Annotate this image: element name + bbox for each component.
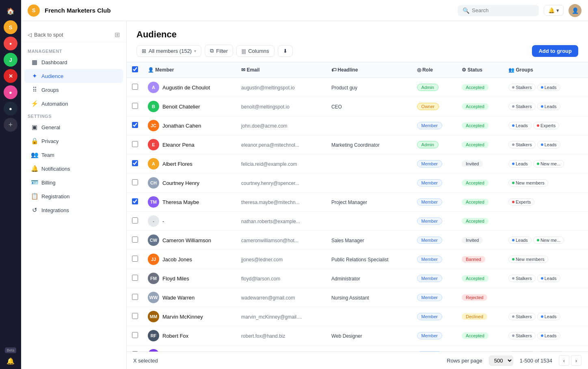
row-checkbox-cell[interactable] xyxy=(127,231,143,250)
role-badge: Member xyxy=(417,332,442,339)
row-checkbox-cell[interactable] xyxy=(127,193,143,212)
sidebar-item-dashboard[interactable]: ▦ Dashboard xyxy=(24,55,123,69)
role-cell: Member xyxy=(412,193,457,212)
row-checkbox[interactable] xyxy=(132,160,138,166)
group-tags: Stalkers Leads xyxy=(508,141,583,148)
search-input[interactable] xyxy=(472,7,534,13)
table-footer: X selected Rows per page 500 100 50 1-50… xyxy=(127,352,588,369)
row-checkbox-cell[interactable] xyxy=(127,307,143,326)
sidebar-collapse-icon[interactable]: ⊞ xyxy=(115,31,120,39)
sidebar-item-general[interactable]: ▣ General xyxy=(24,120,123,134)
filter-button[interactable]: ⧉ Filter xyxy=(205,45,233,57)
sidebar-item-billing[interactable]: 🪪 Billing xyxy=(24,176,123,189)
workspace-avatar-d[interactable]: ● xyxy=(4,102,17,115)
row-checkbox-cell[interactable] xyxy=(127,326,143,345)
sidebar-item-notifications[interactable]: 🔔 Notifications xyxy=(24,162,123,176)
role-cell: Member xyxy=(412,345,457,352)
row-checkbox[interactable] xyxy=(132,332,138,338)
row-checkbox[interactable] xyxy=(132,179,138,185)
workspace-avatar-j[interactable]: J xyxy=(4,53,17,67)
status-cell: Accepted xyxy=(457,174,504,193)
row-checkbox[interactable] xyxy=(132,237,138,243)
headline-cell: Nursing Assistant xyxy=(326,288,412,307)
status-cell: Accepted xyxy=(457,135,504,154)
role-cell: Member xyxy=(412,250,457,269)
select-all-checkbox[interactable] xyxy=(132,66,138,72)
row-checkbox[interactable] xyxy=(132,275,138,281)
member-name: Albert Flores xyxy=(162,161,192,167)
rows-per-page-label: Rows per page xyxy=(447,358,482,364)
workspace-avatar-r[interactable]: ● xyxy=(4,85,17,99)
row-checkbox[interactable] xyxy=(132,84,138,90)
row-checkbox-cell[interactable] xyxy=(127,154,143,174)
sidebar-item-registration[interactable]: 📋 Registration xyxy=(24,189,123,203)
sidebar-item-team[interactable]: 👥 Team xyxy=(24,148,123,162)
notification-button[interactable]: 🔔 ▾ xyxy=(544,5,564,16)
workspace-avatar-c[interactable]: ● xyxy=(4,37,17,50)
sidebar-item-audience[interactable]: ✦ Audience xyxy=(24,69,123,83)
row-checkbox[interactable] xyxy=(132,217,138,224)
notifications-rail-icon[interactable]: 🔔 xyxy=(6,357,15,365)
row-checkbox[interactable] xyxy=(132,198,138,204)
status-cell: Accepted xyxy=(457,193,504,212)
row-checkbox-cell[interactable] xyxy=(127,135,143,154)
rows-per-page-select[interactable]: 500 100 50 xyxy=(489,356,513,366)
row-checkbox-cell[interactable] xyxy=(127,78,143,97)
row-checkbox[interactable] xyxy=(132,294,138,300)
sidebar-item-privacy[interactable]: 🔒 Privacy xyxy=(24,134,123,148)
member-name: Wade Warren xyxy=(162,295,195,301)
download-button[interactable]: ⬇ xyxy=(278,45,293,57)
add-to-group-button[interactable]: Add to group xyxy=(532,45,578,57)
beta-badge[interactable]: Beta xyxy=(5,347,17,353)
email-cell: theresa.maybe@mitechn... xyxy=(236,193,326,212)
select-all-header[interactable] xyxy=(127,62,143,78)
row-checkbox[interactable] xyxy=(132,103,138,109)
sidebar-item-integrations[interactable]: ↺ Integrations xyxy=(24,203,123,217)
sidebar-item-label: Team xyxy=(41,152,54,158)
row-checkbox-cell[interactable] xyxy=(127,97,143,116)
add-workspace-button[interactable]: + xyxy=(4,118,17,132)
row-checkbox[interactable] xyxy=(132,313,138,319)
back-to-spot-link[interactable]: ◁ Back to spot xyxy=(28,32,63,38)
row-checkbox-cell[interactable] xyxy=(127,269,143,288)
home-icon[interactable]: 🏠 xyxy=(4,4,17,18)
row-checkbox-cell[interactable] xyxy=(127,116,143,135)
role-column-header: ◎ Role xyxy=(412,62,457,78)
role-cell: Admin xyxy=(412,78,457,97)
member-cell: CW Cameron Williamson xyxy=(143,231,236,250)
user-avatar[interactable]: 👤 xyxy=(569,4,582,17)
groups-cell: Experts xyxy=(504,193,588,212)
row-checkbox-cell[interactable] xyxy=(127,345,143,352)
table-row: JJ Jacob Jones jjones@ledner.com Public … xyxy=(127,250,588,269)
general-icon: ▣ xyxy=(31,124,38,131)
billing-icon: 🪪 xyxy=(31,179,38,186)
columns-button[interactable]: ||| Columns xyxy=(236,45,274,57)
members-filter-dropdown[interactable]: ⊞ All members (152) ▾ xyxy=(136,45,201,57)
group-tag: Experts xyxy=(533,122,559,129)
row-checkbox-cell[interactable] xyxy=(127,174,143,193)
table-row: MM Marvin McKinney marvin_mcKinney@gmail… xyxy=(127,307,588,326)
row-checkbox[interactable] xyxy=(132,141,138,147)
workspace-avatar-x[interactable]: ✕ xyxy=(4,69,17,83)
group-tag: Leads xyxy=(508,160,532,167)
row-checkbox-cell[interactable] xyxy=(127,250,143,269)
download-icon: ⬇ xyxy=(283,48,288,54)
sidebar-item-automation[interactable]: ⚡ Automation xyxy=(24,97,123,111)
row-checkbox[interactable] xyxy=(132,122,138,128)
member-avatar: CW xyxy=(148,234,159,246)
email-cell: john.doe@acme.com xyxy=(236,116,326,135)
prev-page-button[interactable]: ‹ xyxy=(559,355,569,366)
headline-cell: Marketing Coordinator xyxy=(326,135,412,154)
search-box[interactable]: 🔍 xyxy=(458,5,539,16)
role-badge: Owner xyxy=(417,103,439,110)
chevron-down-icon: ▾ xyxy=(194,49,196,53)
row-checkbox-cell[interactable] xyxy=(127,212,143,231)
row-checkbox-cell[interactable] xyxy=(127,288,143,307)
email-text: theresa.maybe@mitechn... xyxy=(241,200,300,205)
page-title: Audience xyxy=(136,29,578,40)
member-cell: MM Marvin McKinney xyxy=(143,307,236,326)
next-page-button[interactable]: › xyxy=(571,355,582,366)
row-checkbox[interactable] xyxy=(132,256,138,262)
sidebar-item-groups[interactable]: ⠿ Groups xyxy=(24,83,123,97)
workspace-avatar-s[interactable]: S xyxy=(4,20,17,34)
